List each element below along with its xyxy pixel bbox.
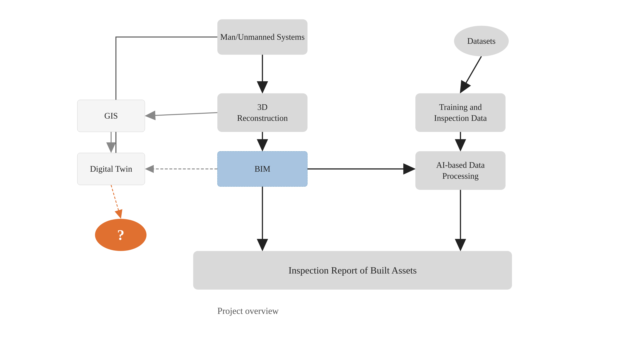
datasets-label: Datasets [467,35,496,46]
diagram-caption: Project overview [217,306,279,316]
reconstruction-node: 3DReconstruction [217,93,308,132]
svg-line-11 [111,185,121,218]
gis-label: GIS [104,110,118,121]
bim-label: BIM [254,163,270,174]
training-label: Training andInspection Data [434,102,487,123]
bim-node: BIM [217,151,308,187]
training-node: Training andInspection Data [416,93,506,132]
ai-processing-label: AI-based DataProcessing [436,160,485,181]
svg-line-2 [146,113,217,116]
man-unmanned-label: Man/Unmanned Systems [220,31,304,42]
question-node: ? [95,219,146,251]
ai-processing-node: AI-based DataProcessing [416,151,506,190]
svg-line-5 [460,56,482,92]
gis-node: GIS [77,100,145,132]
digital-twin-node: Digital Twin [77,153,145,185]
reconstruction-label: 3DReconstruction [237,102,288,123]
question-label: ? [117,226,124,244]
datasets-node: Datasets [454,26,509,56]
inspection-report-label: Inspection Report of Built Assets [288,264,417,277]
diagram-container: Man/Unmanned Systems Datasets GIS 3DReco… [0,0,644,362]
inspection-report-node: Inspection Report of Built Assets [193,251,512,290]
digital-twin-label: Digital Twin [90,163,132,174]
man-unmanned-node: Man/Unmanned Systems [217,19,308,55]
